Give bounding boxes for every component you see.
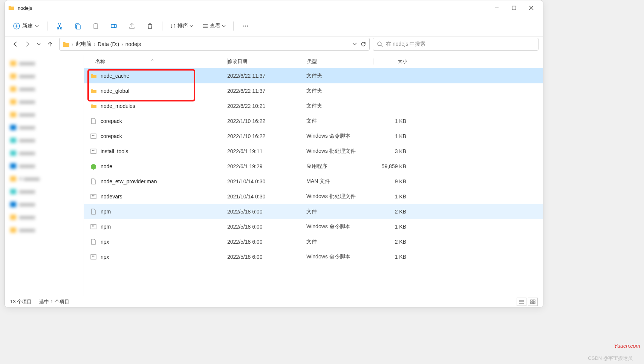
file-list[interactable]: node_cache2022/6/22 11:37文件夹node_global2…: [84, 68, 543, 296]
svg-rect-1: [512, 6, 516, 10]
sidebar-item[interactable]: xxxxxx: [6, 224, 82, 237]
folder-icon: [90, 88, 97, 94]
separator: [47, 22, 47, 31]
sidebar-item[interactable]: xxxxxx: [6, 160, 82, 172]
up-button[interactable]: [47, 41, 53, 47]
file-row[interactable]: node_etw_provider.man2021/10/14 0:30MAN …: [84, 174, 543, 189]
breadcrumb-item[interactable]: 此电脑: [76, 41, 92, 48]
sidebar-item[interactable]: xxxxxx: [6, 147, 82, 160]
col-name[interactable]: 名称 ⌃: [84, 58, 227, 65]
search-box[interactable]: 在 nodejs 中搜索: [373, 38, 538, 51]
icons-view-button[interactable]: [528, 298, 538, 306]
sidebar-item[interactable]: xxxxxx: [6, 211, 82, 224]
col-type[interactable]: 类型: [307, 58, 373, 65]
file-type: 文件夹: [306, 88, 372, 94]
file-type: Windows 命令脚本: [306, 133, 372, 140]
watermark-yuucn: Yuucn.com: [614, 343, 640, 349]
svg-rect-10: [76, 25, 80, 29]
file-row[interactable]: corepack2022/1/10 16:22Windows 命令脚本1 KB: [84, 129, 543, 144]
breadcrumb-item[interactable]: nodejs: [125, 41, 141, 47]
file-row[interactable]: node_modules2022/6/22 10:21文件夹: [84, 98, 543, 114]
svg-rect-11: [94, 24, 98, 29]
sidebar-item[interactable]: < xxxxxx: [6, 172, 82, 185]
file-row[interactable]: npx2022/5/18 6:00文件2 KB: [84, 234, 543, 249]
minimize-button[interactable]: [488, 2, 505, 14]
separator: [162, 22, 162, 31]
chevron-down-icon: [35, 24, 39, 28]
details-view-button[interactable]: [517, 298, 526, 306]
new-button[interactable]: 新建: [9, 20, 43, 32]
view-mode-buttons: [517, 298, 538, 306]
maximize-button[interactable]: [505, 2, 523, 14]
file-name: node_cache: [101, 73, 129, 79]
sidebar[interactable]: xxxxxx xxxxxx xxxxxx xxxxxx xxxxxx xxxxx…: [5, 55, 84, 296]
share-button[interactable]: [124, 19, 139, 33]
file-row[interactable]: node_cache2022/6/22 11:37文件夹: [84, 68, 543, 83]
file-type: MAN 文件: [306, 178, 372, 185]
sidebar-item[interactable]: xxxxxx: [6, 198, 82, 211]
view-label: 查看: [210, 23, 220, 29]
paste-button[interactable]: [88, 19, 103, 33]
file-size: 1 KB: [372, 133, 410, 139]
file-row[interactable]: nodevars2021/10/14 0:30Windows 批处理文件1 KB: [84, 189, 543, 204]
svg-point-35: [93, 226, 95, 227]
file-row[interactable]: npm2022/5/18 6:00Windows 命令脚本1 KB: [84, 219, 543, 234]
cmd-icon: [90, 223, 97, 230]
file-name: nodevars: [101, 194, 122, 200]
more-button[interactable]: [238, 19, 253, 33]
file-row[interactable]: npx2022/5/18 6:00Windows 命令脚本1 KB: [84, 249, 543, 264]
col-size[interactable]: 大小: [373, 58, 411, 65]
file-row[interactable]: corepack2022/1/10 16:22文件1 KB: [84, 114, 543, 129]
explorer-window: nodejs 新建 排序 查看: [5, 0, 543, 307]
status-bar: 13 个项目 选中 1 个项目: [5, 296, 543, 307]
chevron-down-icon: [190, 24, 193, 28]
plus-circle-icon: [13, 23, 20, 29]
copy-button[interactable]: [70, 19, 85, 33]
sort-button[interactable]: 排序: [167, 20, 196, 32]
sidebar-item[interactable]: xxxxxx: [6, 83, 82, 95]
sidebar-item[interactable]: xxxxxx: [6, 108, 82, 121]
sidebar-item[interactable]: xxxxxx: [6, 134, 82, 147]
window-controls: [488, 2, 540, 14]
cut-button[interactable]: [52, 19, 67, 33]
file-type: Windows 命令脚本: [306, 223, 372, 230]
svg-rect-23: [91, 134, 96, 138]
sidebar-item[interactable]: xxxxxx: [6, 70, 82, 83]
column-headers[interactable]: 名称 ⌃ 修改日期 类型 大小: [84, 55, 543, 68]
breadcrumb-item[interactable]: Data (D:): [98, 41, 119, 47]
file-size: 59,859 KB: [372, 163, 410, 169]
file-name: node: [101, 163, 112, 169]
watermark-csdn: CSDN @宇宙搬运员: [588, 355, 633, 362]
file-row[interactable]: node_global2022/6/22 11:37文件夹: [84, 83, 543, 98]
file-size: 3 KB: [372, 148, 410, 154]
view-button[interactable]: 查看: [199, 20, 229, 32]
back-button[interactable]: [12, 41, 18, 47]
sidebar-item[interactable]: xxxxxx: [6, 185, 82, 198]
address-dropdown[interactable]: [352, 41, 357, 47]
file-row[interactable]: node2022/6/1 19:29应用程序59,859 KB: [84, 159, 543, 174]
address-bar[interactable]: › 此电脑 › Data (D:) › nodejs: [59, 38, 370, 51]
svg-point-32: [93, 195, 95, 197]
close-button[interactable]: [523, 2, 540, 14]
sidebar-item[interactable]: xxxxxx: [6, 57, 82, 70]
delete-button[interactable]: [142, 19, 158, 33]
file-row[interactable]: npm2022/5/18 6:00文件2 KB: [84, 204, 543, 219]
col-modified[interactable]: 修改日期: [228, 58, 307, 65]
recent-dropdown[interactable]: [37, 42, 41, 46]
svg-point-20: [247, 25, 248, 26]
sidebar-item[interactable]: xxxxxx: [6, 95, 82, 108]
sidebar-item[interactable]: xxxxxx: [6, 121, 82, 134]
search-icon: [377, 41, 383, 47]
file-modified: 2022/6/1 19:29: [227, 163, 306, 169]
file-row[interactable]: install_tools2022/6/1 19:11Windows 批处理文件…: [84, 144, 543, 159]
folder-icon: [63, 41, 69, 48]
cmd-icon: [90, 193, 97, 200]
new-label: 新建: [22, 23, 33, 29]
file-modified: 2022/6/22 11:37: [227, 88, 306, 94]
forward-button[interactable]: [24, 41, 31, 47]
svg-rect-43: [533, 300, 535, 301]
titlebar[interactable]: nodejs: [5, 0, 543, 15]
refresh-button[interactable]: [360, 41, 366, 47]
file-size: 1 KB: [372, 224, 410, 230]
rename-button[interactable]: [106, 19, 121, 33]
